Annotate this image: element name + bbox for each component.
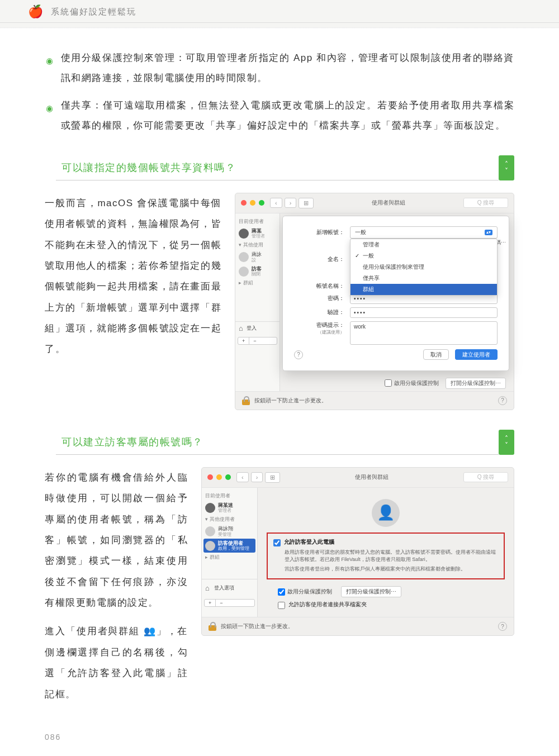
option-admin[interactable]: 管理者 bbox=[350, 239, 497, 250]
lock-icon[interactable] bbox=[242, 396, 250, 405]
search-input[interactable]: Q 搜尋 bbox=[463, 198, 508, 208]
question-bar-2: 可以建立訪客專屬的帳號嗎？ ˄˅ bbox=[56, 430, 514, 455]
option-normal[interactable]: ✓一般 bbox=[350, 250, 497, 261]
sidebar-item-guest[interactable]: 訪客關閉 bbox=[235, 264, 280, 279]
window-titlebar: ‹ › ⊞ 使用者與群組 Q 搜尋 bbox=[235, 193, 514, 213]
home-icon: ⌂ bbox=[205, 584, 210, 592]
guest-note-1: 啟用訪客使用者可讓您的朋友暫時登入您的電腦。登入訪客帳號不需要密碼。使用者不能由… bbox=[285, 549, 498, 564]
sidebar-item-user[interactable]: 蔣詠翔受管理 bbox=[202, 524, 257, 539]
question-bar-1: 可以讓指定的幾個帳號共享資料嗎？ ˄˅ bbox=[56, 155, 514, 180]
window-title: 使用者與群組 bbox=[280, 473, 463, 481]
sidebar-section: ▾ 其他使用 bbox=[235, 240, 280, 250]
back-button[interactable]: ‹ bbox=[236, 472, 249, 482]
lock-row: 按鎖頭一下防止進一步更改。 ? bbox=[235, 391, 514, 410]
close-icon[interactable] bbox=[241, 200, 247, 206]
highlight-box: 允許訪客登入此電腦 啟用訪客使用者可讓您的朋友暫時登入您的電腦。登入訪客帳號不需… bbox=[267, 532, 505, 580]
back-button[interactable]: ‹ bbox=[270, 198, 282, 208]
label-password: 密碼： bbox=[294, 294, 344, 302]
bullet-text: 僅共享：僅可遠端取用檔案，但無法登入電腦或更改電腦上的設定。若要給予使用者取用共… bbox=[61, 96, 515, 135]
sidebar-section: 目前使用者 bbox=[202, 491, 257, 501]
option-share[interactable]: 僅共享 bbox=[350, 273, 497, 284]
sidebar-item-admin[interactable]: 蔣某管理者 bbox=[235, 226, 280, 241]
lock-text: 按鎖頭一下防止進一步更改。 bbox=[254, 397, 327, 405]
min-icon[interactable] bbox=[216, 474, 222, 480]
window-title: 使用者與群組 bbox=[314, 199, 463, 207]
home-icon: ⌂ bbox=[239, 324, 243, 332]
chevron-updown-icon: ˄˅ bbox=[499, 155, 514, 180]
question-text: 可以建立訪客專屬的帳號嗎？ bbox=[56, 430, 499, 455]
option-parental[interactable]: 使用分級保護控制來管理 bbox=[350, 261, 497, 273]
question-text: 可以讓指定的幾個帳號共享資料嗎？ bbox=[56, 155, 499, 180]
screenshot-1: ‹ › ⊞ 使用者與群組 Q 搜尋 目前使用者 蔣某管理者 ▾ 其他使用 bbox=[235, 193, 514, 410]
sidebar-item-user[interactable]: 蔣詠設 bbox=[235, 250, 280, 264]
bullet-1: ◉ 使用分級保護控制來管理：可取用管理者所指定的 App 和內容，管理者可以限制… bbox=[45, 48, 514, 88]
avatar-icon bbox=[205, 541, 215, 551]
grid-button[interactable]: ⊞ bbox=[299, 198, 314, 208]
min-icon[interactable] bbox=[250, 200, 255, 206]
avatar-icon bbox=[239, 267, 249, 277]
add-remove[interactable]: +− bbox=[204, 599, 255, 607]
allow-guest-checkbox[interactable]: 允許訪客登入此電腦 bbox=[273, 538, 498, 546]
avatar-icon bbox=[239, 252, 249, 262]
max-icon[interactable] bbox=[259, 200, 264, 206]
bullet-icon: ◉ bbox=[46, 52, 54, 88]
label-fullname: 全名： bbox=[294, 255, 344, 263]
max-icon[interactable] bbox=[225, 474, 231, 480]
option-group[interactable]: 群組 bbox=[350, 284, 497, 295]
sidebar-section: ▸ 群組 bbox=[202, 553, 257, 562]
under-sheet-row: 啟用分級保護控制 打開分級保護控制⋯ bbox=[280, 375, 514, 391]
guest-share-checkbox[interactable]: 允許訪客使用者連接共享檔案夾 bbox=[278, 601, 505, 609]
account-type-select[interactable]: 一般▴▾ 管理者 ✓一般 使用分級保護控制來管理 僅共享 群組 bbox=[350, 226, 498, 239]
new-account-sheet: 新增帳號： 一般▴▾ 管理者 ✓一般 使用分級保護控制來管理 僅共享 群組 bbox=[282, 216, 509, 371]
avatar-icon bbox=[205, 526, 215, 536]
label-account: 帳號名稱： bbox=[294, 282, 344, 290]
avatar-icon bbox=[205, 503, 215, 513]
bullet-icon: ◉ bbox=[46, 99, 54, 135]
sidebar-footer: ⌂ 登入 bbox=[235, 321, 280, 335]
apple-icon: 🍎 bbox=[28, 4, 43, 19]
verify-input[interactable]: •••• bbox=[350, 307, 498, 318]
label-new-account: 新增帳號： bbox=[294, 229, 344, 236]
answer-1: 一般而言，macOS 會保護電腦中每個使用者帳號的資料，無論權限為何，皆不能夠在… bbox=[45, 193, 221, 360]
chevron-updown-icon: ˄˅ bbox=[499, 430, 514, 455]
add-remove[interactable]: +− bbox=[238, 337, 277, 345]
label-hint: 密碼提示： bbox=[294, 321, 344, 329]
sidebar-item-guest[interactable]: 訪客使用者啟用，受到管理 bbox=[203, 539, 255, 553]
sidebar-item-admin[interactable]: 蔣某迷管理者 bbox=[202, 501, 257, 515]
help-icon[interactable]: ? bbox=[498, 622, 507, 631]
parental-checkbox[interactable]: 啟用分級保護控制 bbox=[278, 588, 332, 596]
window-titlebar: ‹ › ⊞ 使用者與群組 Q 搜尋 bbox=[202, 468, 514, 488]
hint-input[interactable]: work bbox=[350, 321, 498, 345]
close-icon[interactable] bbox=[207, 474, 213, 480]
page-title: 系統偏好設定輕鬆玩 bbox=[51, 7, 136, 17]
bullet-2: ◉ 僅共享：僅可遠端取用檔案，但無法登入電腦或更改電腦上的設定。若要給予使用者取… bbox=[45, 96, 514, 135]
chevron-updown-icon: ▴▾ bbox=[485, 230, 492, 235]
forward-button[interactable]: › bbox=[251, 472, 263, 482]
forward-button[interactable]: › bbox=[285, 198, 297, 208]
help-icon[interactable]: ? bbox=[294, 350, 303, 359]
screenshot-2: ‹ › ⊞ 使用者與群組 Q 搜尋 目前使用者 蔣某迷管理者 ▾ 其他使用者 bbox=[201, 467, 514, 636]
help-icon[interactable]: ? bbox=[498, 396, 507, 405]
lock-text: 按鎖頭一下防止進一步更改。 bbox=[221, 622, 293, 630]
page-header: 🍎 系統偏好設定輕鬆玩 bbox=[0, 0, 559, 27]
login-options[interactable]: 登入 bbox=[247, 325, 257, 332]
create-user-button[interactable]: 建立使用者 bbox=[455, 349, 498, 360]
answer-2a: 若你的電腦有機會借給外人臨時做使用，可以開啟一個給予專屬的使用者帳號，稱為「訪客… bbox=[45, 467, 188, 614]
sidebar: 目前使用者 蔣某迷管理者 ▾ 其他使用者 蔣詠翔受管理 訪客使用者啟用， bbox=[202, 488, 258, 617]
search-input[interactable]: Q 搜尋 bbox=[463, 472, 508, 482]
avatar-icon bbox=[239, 229, 249, 239]
lock-row: 按鎖頭一下防止進一步更改。 ? bbox=[202, 617, 514, 635]
cancel-button[interactable]: 取消 bbox=[423, 349, 449, 360]
answer-2b: 進入「使用者與群組 👥」，在側邊欄選擇自己的名稱後，勾選「允許訪客登入此電腦」註… bbox=[45, 621, 188, 705]
open-parental-button[interactable]: 打開分級保護控制⋯ bbox=[446, 378, 506, 389]
lock-icon[interactable] bbox=[209, 622, 216, 631]
select-menu: 管理者 ✓一般 使用分級保護控制來管理 僅共享 群組 bbox=[350, 239, 498, 296]
page-number: 086 bbox=[45, 733, 514, 741]
open-parental-button[interactable]: 打開分級保護控制⋯ bbox=[341, 586, 401, 597]
sidebar-section: ▾ 其他使用者 bbox=[202, 515, 257, 524]
grid-button[interactable]: ⊞ bbox=[265, 472, 280, 483]
sidebar-section: ▸ 群組 bbox=[235, 278, 280, 288]
guest-detail: 👤 允許訪客登入此電腦 啟用訪客使用者可讓您的朋友暫時登入您的電腦。登入訪客帳號… bbox=[258, 488, 514, 617]
login-options[interactable]: ⌂ 登入選項 bbox=[202, 579, 257, 597]
parental-checkbox[interactable]: 啟用分級保護控制 bbox=[385, 379, 439, 387]
